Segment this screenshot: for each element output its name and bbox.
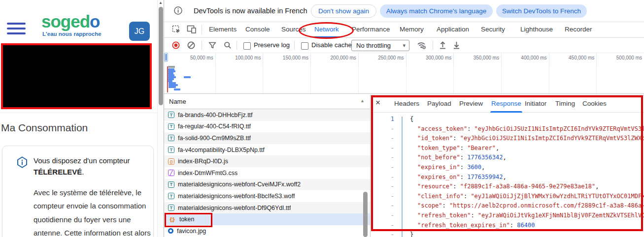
info-icon [174,6,182,15]
search-icon[interactable] [224,41,232,49]
toolbar-divider [294,41,295,50]
scrollbar-thumb[interactable] [159,7,163,105]
request-row[interactable]: {}index-BRqD-l0D.js [164,155,370,167]
hamburger-menu-icon[interactable] [7,23,26,36]
logo-o: o [90,12,100,31]
infobar-message: DevTools is now available in French [194,0,307,22]
request-row[interactable]: Tmaterialdesignicons-webfont-BbcIfeS3.wo… [164,190,370,202]
tab-network[interactable]: Network [314,22,339,38]
wrap-marker: - [371,163,394,173]
wrap-marker: - [371,144,394,153]
sogedo-logo[interactable]: sogedo [41,12,100,31]
tick-label: 350,000 ms [454,53,502,66]
response-body[interactable]: 1 - - - - - - - - - - - - { "access_toke… [371,113,644,237]
tab-console[interactable]: Console [245,22,270,38]
requests-header[interactable]: Name ▲ [164,95,370,109]
dont-show-again-button[interactable]: Don't show again [311,4,376,18]
export-har-icon[interactable] [439,41,446,49]
match-language-button[interactable]: Always match Chrome's language [380,4,493,18]
tab-application[interactable]: Application [437,22,469,38]
header-divider [0,113,157,113]
close-icon[interactable]: × [375,98,380,108]
request-row[interactable]: Tmaterialdesignicons-webfont-Df9Q6YdI.tt… [164,202,370,214]
tab-headers[interactable]: Headers [394,95,419,113]
wrap-marker: - [371,173,394,182]
json-line: } [410,230,644,237]
json-line: { [410,115,644,124]
font-file-icon: T [168,112,174,118]
json-line-scope: "scope": "https://aelb2cprod.onmicrosoft… [417,201,644,211]
details-tabbar: × Headers Payload Preview Response Initi… [371,95,644,113]
record-network-log-icon[interactable] [172,41,180,49]
tab-memory[interactable]: Memory [400,22,424,38]
json-line-access-token: "access_token": "eyJhbGciOiJSUzI1NiIsImt… [417,124,644,134]
switch-language-button[interactable]: Switch DevTools to French [496,4,587,18]
tab-timing[interactable]: Timing [555,95,575,113]
inspect-element-icon[interactable] [172,25,181,34]
avatar[interactable]: JG [129,22,150,41]
tab-sources[interactable]: Sources [281,22,306,38]
disable-cache-label[interactable]: Disable cache [311,38,352,53]
request-row[interactable]: Tmaterialdesignicons-webfont-CveiMJFx.wo… [164,179,370,191]
chevron-down-icon: ▾ [403,40,406,51]
preserve-log-label[interactable]: Preserve log [254,38,290,53]
requests-list: Tfa-brands-400-DHHcbFjz.ttf Tfa-regular-… [164,109,370,237]
font-file-icon: T [168,135,174,141]
request-row[interactable]: Tfa-solid-900-Cm9M9sZB.ttf [164,132,370,144]
request-row[interactable]: Tfa-brands-400-DHHcbFjz.ttf [164,109,370,121]
preserve-log-checkbox[interactable] [243,42,251,50]
request-row[interactable]: Tfa-regular-400-C54-fRIQ.ttf [164,121,370,133]
tab-cookies[interactable]: Cookies [582,95,607,113]
tick-label: 150,000 ms [263,53,311,66]
tab-response[interactable]: Response [491,95,521,113]
device-toolbar-icon[interactable] [187,25,196,33]
network-conditions-icon[interactable] [417,41,426,50]
code-guide-line [402,117,403,237]
toolbar-divider [202,25,202,34]
json-line-id-token: "id_token": "eyJhbGciOiJSUzI1NiIsImtpZCI… [417,134,644,144]
scroll-up-icon[interactable]: ▲ [159,0,163,5]
tab-payload[interactable]: Payload [427,95,451,113]
json-line-refresh-token-expires: "refresh_token_expires_in": 86400 [417,221,644,231]
tick-label: 400,000 ms [502,53,549,66]
tick-label: 100,000 ms [216,53,264,66]
timeline-range-grip[interactable] [164,53,168,62]
clear-network-log-icon[interactable] [187,41,195,49]
request-row[interactable]: ╱index-DtmWFmtG.css [164,167,370,179]
font-file-icon: T [168,193,174,199]
request-row[interactable]: favicon.jpg [164,225,370,237]
tab-security[interactable]: Security [481,22,505,38]
json-line-refresh-token: "refresh_token": "eyJraWQiOiJtVkg1eXFjNm… [417,211,644,221]
page-scrollbar[interactable]: ▲ [157,0,164,237]
json-line-token-type: "token_type": "Bearer", [417,144,644,153]
stylesheet-file-icon: ╱ [168,170,174,176]
waterfall-overview[interactable] [168,66,644,93]
request-row[interactable]: Tfa-v4compatibility-DLBX5pNp.ttf [164,144,370,156]
filter-icon[interactable] [208,41,216,49]
tab-initiator[interactable]: Initiator [525,95,546,113]
toolbar-divider [433,41,433,50]
notice-period: . [82,168,84,176]
name-column-header[interactable]: Name [169,95,186,109]
network-toolbar: Preserve log Disable cache No throttling… [164,38,644,53]
tab-performance[interactable]: Performance [352,22,390,38]
wrap-marker: - [371,211,394,221]
import-har-icon[interactable] [453,41,460,49]
tab-recorder[interactable]: Recorder [565,22,592,38]
script-file-icon: {} [168,158,174,165]
tab-lighthouse[interactable]: Lighthouse [520,22,553,38]
devtools-tabbar: Elements Console Sources Network Perform… [164,22,644,38]
info-hexagon-icon [17,156,28,168]
requests-scrollbar-thumb[interactable] [363,192,368,237]
scroll-up-icon[interactable]: ▲ [360,98,365,103]
devtools-infobar: DevTools is now available in French Don'… [164,0,644,22]
tab-elements[interactable]: Elements [209,22,237,38]
page-title: Ma Consommation [1,122,88,134]
disable-cache-checkbox[interactable] [301,42,308,50]
tab-preview[interactable]: Preview [459,95,483,113]
timeline-ruler[interactable]: 50,000 ms 100,000 ms 150,000 ms 200,000 … [168,53,644,66]
throttling-select[interactable]: No throttling ▾ [351,40,409,51]
request-row-selected-token[interactable]: {;}token [164,213,370,225]
wrap-marker: - [371,192,394,202]
font-file-icon: T [168,205,174,211]
